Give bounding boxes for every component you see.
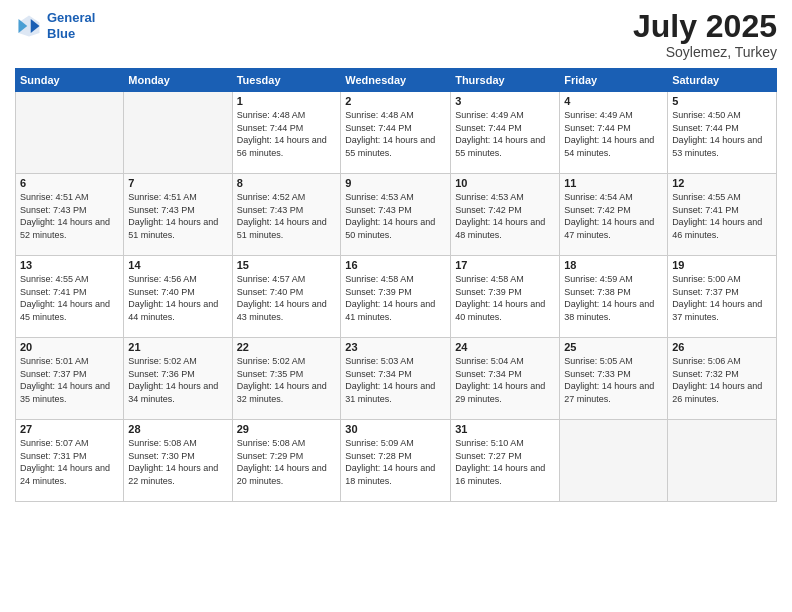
day-detail: Sunrise: 4:53 AM Sunset: 7:42 PM Dayligh… [455, 191, 555, 241]
day-number: 3 [455, 95, 555, 107]
day-detail: Sunrise: 5:02 AM Sunset: 7:36 PM Dayligh… [128, 355, 227, 405]
month-title: July 2025 [633, 10, 777, 42]
day-header-row: SundayMondayTuesdayWednesdayThursdayFrid… [16, 69, 777, 92]
day-detail: Sunrise: 5:09 AM Sunset: 7:28 PM Dayligh… [345, 437, 446, 487]
day-cell: 26Sunrise: 5:06 AM Sunset: 7:32 PM Dayli… [668, 338, 777, 420]
day-detail: Sunrise: 4:49 AM Sunset: 7:44 PM Dayligh… [564, 109, 663, 159]
day-number: 23 [345, 341, 446, 353]
day-cell: 16Sunrise: 4:58 AM Sunset: 7:39 PM Dayli… [341, 256, 451, 338]
day-number: 24 [455, 341, 555, 353]
day-cell: 22Sunrise: 5:02 AM Sunset: 7:35 PM Dayli… [232, 338, 341, 420]
day-number: 29 [237, 423, 337, 435]
day-cell: 4Sunrise: 4:49 AM Sunset: 7:44 PM Daylig… [560, 92, 668, 174]
day-detail: Sunrise: 4:54 AM Sunset: 7:42 PM Dayligh… [564, 191, 663, 241]
day-number: 13 [20, 259, 119, 271]
day-detail: Sunrise: 5:08 AM Sunset: 7:30 PM Dayligh… [128, 437, 227, 487]
title-block: July 2025 Soylemez, Turkey [633, 10, 777, 60]
day-detail: Sunrise: 5:07 AM Sunset: 7:31 PM Dayligh… [20, 437, 119, 487]
day-number: 14 [128, 259, 227, 271]
day-cell: 17Sunrise: 4:58 AM Sunset: 7:39 PM Dayli… [451, 256, 560, 338]
day-cell: 12Sunrise: 4:55 AM Sunset: 7:41 PM Dayli… [668, 174, 777, 256]
day-detail: Sunrise: 4:49 AM Sunset: 7:44 PM Dayligh… [455, 109, 555, 159]
day-detail: Sunrise: 5:01 AM Sunset: 7:37 PM Dayligh… [20, 355, 119, 405]
day-number: 6 [20, 177, 119, 189]
day-detail: Sunrise: 4:58 AM Sunset: 7:39 PM Dayligh… [455, 273, 555, 323]
logo: General Blue [15, 10, 95, 41]
day-number: 28 [128, 423, 227, 435]
day-cell: 19Sunrise: 5:00 AM Sunset: 7:37 PM Dayli… [668, 256, 777, 338]
day-detail: Sunrise: 5:03 AM Sunset: 7:34 PM Dayligh… [345, 355, 446, 405]
day-detail: Sunrise: 4:57 AM Sunset: 7:40 PM Dayligh… [237, 273, 337, 323]
day-cell: 3Sunrise: 4:49 AM Sunset: 7:44 PM Daylig… [451, 92, 560, 174]
day-cell: 14Sunrise: 4:56 AM Sunset: 7:40 PM Dayli… [124, 256, 232, 338]
logo-icon [15, 12, 43, 40]
day-detail: Sunrise: 4:58 AM Sunset: 7:39 PM Dayligh… [345, 273, 446, 323]
day-cell: 7Sunrise: 4:51 AM Sunset: 7:43 PM Daylig… [124, 174, 232, 256]
calendar-table: SundayMondayTuesdayWednesdayThursdayFrid… [15, 68, 777, 502]
day-cell [124, 92, 232, 174]
day-detail: Sunrise: 4:56 AM Sunset: 7:40 PM Dayligh… [128, 273, 227, 323]
day-cell: 18Sunrise: 4:59 AM Sunset: 7:38 PM Dayli… [560, 256, 668, 338]
day-number: 9 [345, 177, 446, 189]
day-cell: 21Sunrise: 5:02 AM Sunset: 7:36 PM Dayli… [124, 338, 232, 420]
day-number: 17 [455, 259, 555, 271]
week-row-1: 6Sunrise: 4:51 AM Sunset: 7:43 PM Daylig… [16, 174, 777, 256]
day-detail: Sunrise: 5:10 AM Sunset: 7:27 PM Dayligh… [455, 437, 555, 487]
day-number: 16 [345, 259, 446, 271]
day-cell: 31Sunrise: 5:10 AM Sunset: 7:27 PM Dayli… [451, 420, 560, 502]
calendar-body: 1Sunrise: 4:48 AM Sunset: 7:44 PM Daylig… [16, 92, 777, 502]
day-number: 20 [20, 341, 119, 353]
week-row-3: 20Sunrise: 5:01 AM Sunset: 7:37 PM Dayli… [16, 338, 777, 420]
day-cell: 6Sunrise: 4:51 AM Sunset: 7:43 PM Daylig… [16, 174, 124, 256]
day-cell [16, 92, 124, 174]
week-row-4: 27Sunrise: 5:07 AM Sunset: 7:31 PM Dayli… [16, 420, 777, 502]
day-header-saturday: Saturday [668, 69, 777, 92]
calendar-header: SundayMondayTuesdayWednesdayThursdayFrid… [16, 69, 777, 92]
week-row-2: 13Sunrise: 4:55 AM Sunset: 7:41 PM Dayli… [16, 256, 777, 338]
day-number: 25 [564, 341, 663, 353]
day-detail: Sunrise: 4:52 AM Sunset: 7:43 PM Dayligh… [237, 191, 337, 241]
day-cell: 10Sunrise: 4:53 AM Sunset: 7:42 PM Dayli… [451, 174, 560, 256]
day-detail: Sunrise: 4:50 AM Sunset: 7:44 PM Dayligh… [672, 109, 772, 159]
day-detail: Sunrise: 5:02 AM Sunset: 7:35 PM Dayligh… [237, 355, 337, 405]
day-header-wednesday: Wednesday [341, 69, 451, 92]
day-detail: Sunrise: 4:48 AM Sunset: 7:44 PM Dayligh… [237, 109, 337, 159]
day-cell: 9Sunrise: 4:53 AM Sunset: 7:43 PM Daylig… [341, 174, 451, 256]
day-detail: Sunrise: 4:51 AM Sunset: 7:43 PM Dayligh… [128, 191, 227, 241]
day-number: 2 [345, 95, 446, 107]
day-cell: 23Sunrise: 5:03 AM Sunset: 7:34 PM Dayli… [341, 338, 451, 420]
day-header-friday: Friday [560, 69, 668, 92]
day-number: 31 [455, 423, 555, 435]
day-cell: 11Sunrise: 4:54 AM Sunset: 7:42 PM Dayli… [560, 174, 668, 256]
day-header-thursday: Thursday [451, 69, 560, 92]
calendar-container: General Blue July 2025 Soylemez, Turkey … [0, 0, 792, 612]
day-header-monday: Monday [124, 69, 232, 92]
day-detail: Sunrise: 4:59 AM Sunset: 7:38 PM Dayligh… [564, 273, 663, 323]
day-cell: 13Sunrise: 4:55 AM Sunset: 7:41 PM Dayli… [16, 256, 124, 338]
day-number: 7 [128, 177, 227, 189]
day-number: 5 [672, 95, 772, 107]
day-cell [668, 420, 777, 502]
day-detail: Sunrise: 4:53 AM Sunset: 7:43 PM Dayligh… [345, 191, 446, 241]
day-cell: 30Sunrise: 5:09 AM Sunset: 7:28 PM Dayli… [341, 420, 451, 502]
day-number: 15 [237, 259, 337, 271]
day-detail: Sunrise: 4:55 AM Sunset: 7:41 PM Dayligh… [672, 191, 772, 241]
day-number: 1 [237, 95, 337, 107]
day-number: 11 [564, 177, 663, 189]
day-number: 22 [237, 341, 337, 353]
day-detail: Sunrise: 5:04 AM Sunset: 7:34 PM Dayligh… [455, 355, 555, 405]
day-number: 8 [237, 177, 337, 189]
day-number: 18 [564, 259, 663, 271]
day-number: 19 [672, 259, 772, 271]
day-number: 4 [564, 95, 663, 107]
day-cell: 25Sunrise: 5:05 AM Sunset: 7:33 PM Dayli… [560, 338, 668, 420]
day-cell [560, 420, 668, 502]
day-cell: 8Sunrise: 4:52 AM Sunset: 7:43 PM Daylig… [232, 174, 341, 256]
day-cell: 28Sunrise: 5:08 AM Sunset: 7:30 PM Dayli… [124, 420, 232, 502]
week-row-0: 1Sunrise: 4:48 AM Sunset: 7:44 PM Daylig… [16, 92, 777, 174]
day-cell: 5Sunrise: 4:50 AM Sunset: 7:44 PM Daylig… [668, 92, 777, 174]
location: Soylemez, Turkey [633, 44, 777, 60]
day-number: 10 [455, 177, 555, 189]
day-detail: Sunrise: 5:05 AM Sunset: 7:33 PM Dayligh… [564, 355, 663, 405]
day-header-sunday: Sunday [16, 69, 124, 92]
